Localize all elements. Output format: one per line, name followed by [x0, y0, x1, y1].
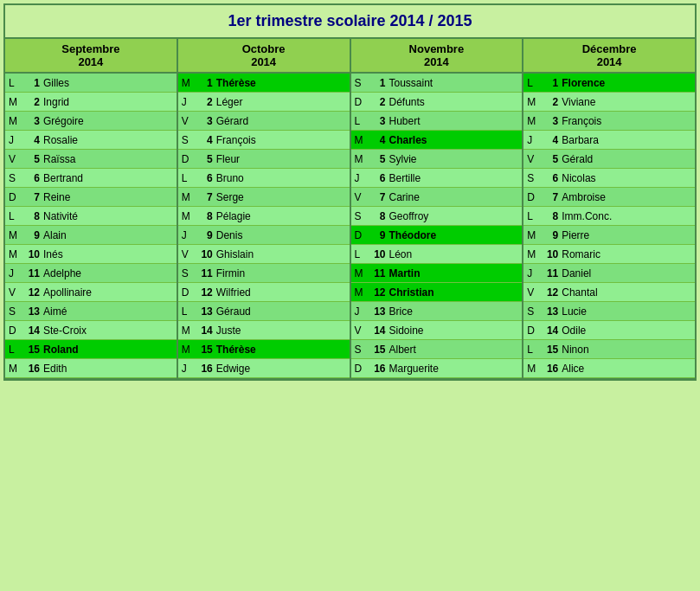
day-row: M7Serge — [178, 188, 350, 207]
day-row: V7Carine — [351, 188, 523, 207]
day-row: L3Hubert — [351, 112, 523, 131]
day-row: D14Odile — [523, 321, 695, 340]
day-number: 6 — [22, 172, 40, 184]
day-row: D9Théodore — [351, 226, 523, 245]
day-letter: M — [182, 324, 196, 337]
day-number: 8 — [196, 210, 213, 222]
day-row: D5Fleur — [178, 150, 350, 169]
day-saint-name: Fleur — [216, 153, 346, 165]
day-letter: V — [182, 248, 196, 260]
month-year: 2014 — [424, 55, 449, 68]
day-row: J4Barbara — [523, 131, 695, 150]
day-saint-name: Christian — [389, 286, 519, 299]
day-saint-name: Geoffroy — [389, 210, 519, 222]
day-row: M9Pierre — [523, 226, 695, 245]
day-letter: M — [182, 77, 196, 89]
day-number: 14 — [369, 324, 386, 337]
month-year: 2014 — [597, 55, 622, 68]
day-saint-name: Imm.Conc. — [562, 210, 691, 222]
day-row: J13Brice — [351, 302, 523, 321]
day-saint-name: Gilles — [43, 77, 173, 89]
month-year: 2014 — [78, 55, 103, 68]
day-number: 16 — [369, 363, 386, 375]
day-number: 12 — [22, 286, 40, 299]
day-row: J4Rosalie — [5, 131, 177, 150]
day-saint-name: Odile — [562, 324, 691, 337]
day-letter: M — [9, 96, 22, 108]
month-col-1: Septembre2014L1GillesM2IngridM3GrégoireJ… — [5, 39, 178, 378]
day-number: 12 — [196, 286, 213, 299]
day-row: M15Thérèse — [178, 340, 350, 359]
months-row: Septembre2014L1GillesM2IngridM3GrégoireJ… — [5, 39, 695, 379]
day-letter: D — [355, 96, 369, 108]
day-letter: M — [355, 267, 369, 279]
day-letter: M — [355, 286, 369, 299]
day-number: 12 — [369, 286, 386, 299]
day-row: V3Gérard — [178, 112, 350, 131]
day-letter: L — [182, 172, 196, 184]
day-letter: J — [527, 134, 541, 146]
day-saint-name: Nativité — [43, 210, 173, 222]
month-header-3: Novembre2014 — [351, 39, 523, 74]
day-row: L1Gilles — [5, 74, 177, 93]
day-row: M12Christian — [351, 283, 523, 302]
day-number: 7 — [22, 191, 40, 203]
day-letter: S — [355, 77, 369, 89]
day-row: S1Toussaint — [351, 74, 523, 93]
day-saint-name: Thérèse — [216, 344, 346, 356]
day-row: L1Florence — [523, 74, 695, 93]
day-letter: D — [527, 191, 541, 203]
day-row: M16Alice — [523, 359, 695, 378]
day-saint-name: Alain — [43, 229, 173, 241]
day-row: S4François — [178, 131, 350, 150]
day-letter: M — [355, 134, 369, 146]
day-letter: J — [9, 267, 22, 279]
day-saint-name: Adelphe — [43, 267, 173, 279]
day-saint-name: Aimé — [43, 305, 173, 318]
day-letter: V — [355, 324, 369, 337]
day-number: 1 — [541, 77, 558, 89]
day-number: 9 — [196, 229, 213, 241]
day-number: 4 — [541, 134, 558, 146]
day-letter: S — [9, 172, 22, 184]
day-number: 11 — [196, 267, 213, 279]
day-number: 7 — [196, 191, 213, 203]
day-saint-name: Wilfried — [216, 286, 346, 299]
day-saint-name: Géraud — [216, 305, 346, 318]
day-number: 15 — [541, 344, 558, 356]
day-row: M2Viviane — [523, 93, 695, 112]
day-row: M10Romaric — [523, 245, 695, 264]
day-letter: M — [9, 363, 22, 375]
day-number: 5 — [369, 153, 386, 165]
day-saint-name: Marguerite — [389, 363, 519, 375]
month-col-3: Novembre2014S1ToussaintD2DéfuntsL3Hubert… — [351, 39, 524, 378]
day-letter: M — [527, 96, 541, 108]
day-saint-name: Barbara — [562, 134, 691, 146]
month-col-2: Octobre2014M1ThérèseJ2LégerV3GérardS4Fra… — [178, 39, 351, 378]
day-saint-name: Juste — [216, 324, 346, 337]
month-header-2: Octobre2014 — [178, 39, 350, 74]
day-saint-name: Thérèse — [216, 77, 346, 89]
day-row: L8Imm.Conc. — [523, 207, 695, 226]
day-number: 3 — [22, 115, 40, 127]
day-letter: S — [182, 134, 196, 146]
day-letter: J — [355, 305, 369, 318]
day-letter: V — [182, 115, 196, 127]
day-letter: L — [355, 115, 369, 127]
day-saint-name: François — [216, 134, 346, 146]
day-number: 2 — [196, 96, 213, 108]
day-letter: D — [355, 229, 369, 241]
day-row: M1Thérèse — [178, 74, 350, 93]
day-letter: M — [527, 248, 541, 260]
day-saint-name: Hubert — [389, 115, 519, 127]
day-row: J11Daniel — [523, 264, 695, 283]
day-row: D7Reine — [5, 188, 177, 207]
day-saint-name: Ingrid — [43, 96, 173, 108]
day-number: 4 — [369, 134, 386, 146]
day-number: 13 — [541, 305, 558, 318]
day-number: 8 — [541, 210, 558, 222]
day-letter: S — [355, 210, 369, 222]
month-col-4: Décembre2014L1FlorenceM2VivianeM3Françoi… — [523, 39, 695, 378]
day-letter: L — [527, 77, 541, 89]
day-saint-name: Rosalie — [43, 134, 173, 146]
